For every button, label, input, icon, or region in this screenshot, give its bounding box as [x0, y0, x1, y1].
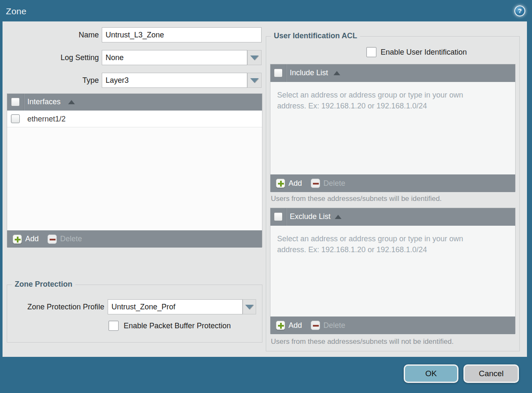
zone-protection-legend: Zone Protection — [12, 280, 75, 289]
packet-buffer-protection-label: Enable Packet Buffer Protection — [124, 321, 231, 331]
packet-buffer-protection-checkbox[interactable] — [109, 321, 119, 331]
include-list-table: Include List Select an address or addres… — [270, 64, 516, 192]
exclude-list-placeholder: Select an address or address group or ty… — [277, 233, 492, 255]
sort-ascending-icon[interactable] — [333, 71, 340, 75]
exclude-select-all-checkbox[interactable] — [274, 212, 283, 221]
include-list-column-header[interactable]: Include List — [290, 69, 328, 77]
add-button-label: Add — [288, 321, 302, 330]
exclude-list-column-header[interactable]: Exclude List — [290, 212, 331, 221]
include-select-all-checkbox[interactable] — [274, 69, 283, 77]
include-list-header: Include List — [270, 64, 515, 82]
log-setting-input[interactable] — [102, 50, 247, 65]
name-label: Name — [3, 27, 99, 42]
chevron-down-icon — [250, 78, 259, 83]
interfaces-table: Interfaces ethernet1/2 Add Delete — [7, 93, 262, 247]
cancel-button[interactable]: Cancel — [463, 364, 519, 383]
interface-row-checkbox[interactable] — [11, 114, 20, 123]
delete-button-label: Delete — [60, 235, 82, 243]
add-plus-icon — [276, 179, 285, 188]
dialog-title: Zone — [6, 6, 26, 16]
log-setting-label: Log Setting — [3, 50, 99, 65]
delete-button-label: Delete — [323, 179, 345, 188]
zone-protection-profile-input[interactable] — [108, 299, 243, 314]
add-exclude-button[interactable]: Add — [276, 321, 302, 330]
table-row[interactable]: ethernet1/2 — [7, 111, 262, 127]
delete-minus-icon — [48, 235, 57, 244]
enable-user-identification-checkbox[interactable] — [366, 47, 376, 57]
column-divider — [286, 64, 287, 82]
column-divider — [24, 94, 24, 111]
delete-minus-icon — [311, 179, 320, 188]
delete-include-button[interactable]: Delete — [311, 179, 345, 188]
exclude-list-table: Exclude List Select an address or addres… — [270, 208, 516, 334]
add-button-label: Add — [25, 235, 39, 243]
help-icon[interactable]: ? — [514, 5, 525, 16]
enable-user-identification-label: Enable User Identification — [381, 47, 467, 57]
delete-exclude-button[interactable]: Delete — [311, 321, 345, 330]
chevron-down-icon — [250, 55, 259, 60]
include-list-body[interactable]: Select an address or address group or ty… — [270, 82, 515, 174]
exclude-list-footer: Add Delete — [270, 317, 515, 334]
exclude-list-header: Exclude List — [270, 208, 515, 226]
add-plus-icon — [13, 235, 22, 244]
log-setting-dropdown-button[interactable] — [247, 50, 262, 65]
type-input[interactable] — [102, 73, 247, 88]
type-label: Type — [3, 73, 99, 88]
include-list-caption: Users from these addresses/subnets will … — [271, 195, 442, 203]
exclude-list-caption: Users from these addresses/subnets will … — [271, 338, 454, 346]
zone-protection-profile-dropdown-button[interactable] — [243, 299, 256, 314]
zone-protection-profile-label: Zone Protection Profile — [11, 299, 104, 314]
type-dropdown-button[interactable] — [247, 73, 262, 88]
dialog-body: Name Log Setting Type Interfaces etherne… — [3, 21, 527, 357]
delete-minus-icon — [311, 321, 320, 330]
exclude-list-body[interactable]: Select an address or address group or ty… — [270, 226, 515, 317]
column-divider — [286, 208, 287, 226]
interfaces-table-footer: Add Delete — [7, 230, 262, 248]
sort-ascending-icon[interactable] — [335, 215, 341, 219]
add-interface-button[interactable]: Add — [13, 235, 39, 244]
delete-button-label: Delete — [323, 321, 345, 330]
include-list-placeholder: Select an address or address group or ty… — [277, 90, 492, 111]
add-button-label: Add — [288, 179, 302, 188]
delete-interface-button[interactable]: Delete — [48, 235, 82, 244]
chevron-down-icon — [245, 305, 254, 309]
interfaces-column-header[interactable]: Interfaces — [27, 98, 61, 106]
interfaces-table-header: Interfaces — [7, 94, 262, 111]
ok-button[interactable]: OK — [404, 364, 458, 383]
name-input[interactable] — [102, 27, 262, 42]
user-identification-acl-legend: User Identification ACL — [271, 32, 360, 40]
interface-name: ethernet1/2 — [27, 115, 66, 124]
include-list-footer: Add Delete — [270, 174, 515, 192]
interfaces-table-empty-area — [7, 127, 262, 230]
sort-ascending-icon[interactable] — [68, 100, 75, 104]
add-plus-icon — [276, 321, 285, 330]
interfaces-select-all-checkbox[interactable] — [11, 98, 20, 106]
zone-dialog-window: Zone ? Name Log Setting Type Interfaces … — [0, 0, 532, 393]
add-include-button[interactable]: Add — [276, 179, 302, 188]
